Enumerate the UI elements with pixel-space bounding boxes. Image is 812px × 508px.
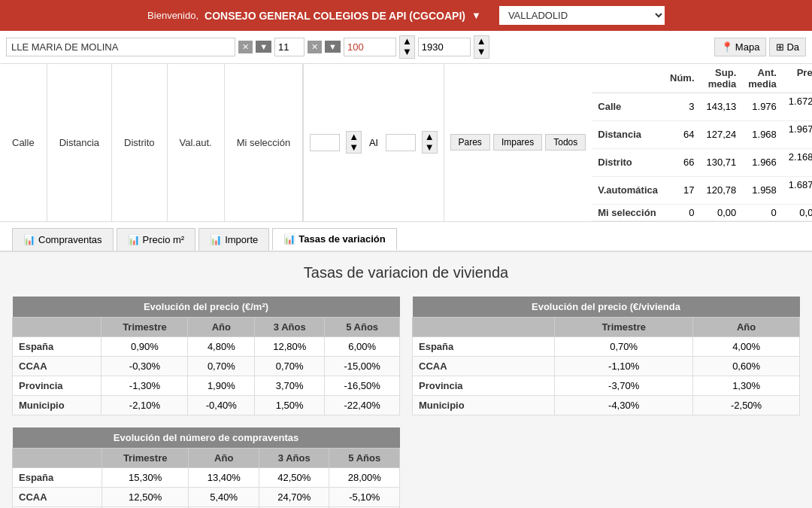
pv-año: 4,00%	[693, 336, 800, 356]
location-select[interactable]: VALLADOLID	[499, 6, 665, 25]
summary-cell-precio: 2.168,67 €	[783, 148, 812, 176]
pm2-trimestre: 0,90%	[102, 336, 188, 356]
tab-importe[interactable]: 📊 Importe	[198, 228, 269, 251]
pv-col-label	[413, 317, 555, 336]
summary-cell-label: Calle	[592, 93, 664, 120]
summary-cell-label: Distancia	[592, 120, 664, 148]
to-input[interactable]	[386, 134, 416, 151]
from-input[interactable]	[310, 134, 340, 151]
street-input[interactable]	[6, 38, 235, 56]
pm2-label: España	[13, 336, 102, 356]
pv-año: 1,30%	[693, 376, 800, 395]
top-bar: Bienvenido, CONSEJO GENERAL COLEGIOS DE …	[0, 0, 812, 31]
pv-col-trim: Trimestre	[555, 317, 693, 336]
da-button[interactable]: ⊞ Da	[769, 38, 806, 56]
filter-row: Calle Distancia Distrito Val.aut. Mi sel…	[0, 64, 812, 222]
table-row: CCAA 12,50% 5,40% 24,70% -5,10%	[13, 487, 400, 506]
pm2-col-año: Año	[188, 317, 255, 336]
cv-trimestre: 15,30%	[102, 467, 189, 487]
street-dropdown-button[interactable]: ▼	[256, 41, 271, 53]
tab-valaut[interactable]: Val.aut.	[168, 64, 225, 221]
compraventas-title: Evolución del número de compraventas	[13, 427, 400, 449]
num-clear-button[interactable]: ✕	[308, 41, 322, 53]
importe-icon: 📊	[210, 234, 222, 245]
pv-trimestre: -4,30%	[555, 395, 693, 415]
pv-col-año: Año	[693, 317, 800, 336]
tab-distancia[interactable]: Distancia	[47, 64, 112, 221]
to-spin[interactable]: ▲▼	[422, 131, 438, 154]
from-spin[interactable]: ▲▼	[346, 131, 362, 154]
summary-col-precio: Precio m²	[783, 64, 812, 93]
pm2-3años: 0,70%	[255, 356, 325, 376]
summary-cell-sup: 120,78	[701, 176, 743, 204]
table-row: CCAA -1,10% 0,60%	[413, 356, 800, 376]
page-title: Tasas de variacion de vivienda	[12, 264, 800, 281]
dropdown-arrow[interactable]: ▼	[471, 10, 481, 21]
summary-col-num: Núm.	[664, 64, 701, 93]
cv-col-label	[13, 448, 102, 467]
pm2-label: Provincia	[13, 376, 102, 395]
pv-año: 0,60%	[693, 356, 800, 376]
number-input[interactable]	[274, 38, 304, 56]
tab-distrito[interactable]: Distrito	[112, 64, 167, 221]
cv-col-3años: 3 Años	[259, 448, 329, 467]
pm2-col-3años: 3 Años	[255, 317, 325, 336]
importe-label: Importe	[225, 234, 258, 245]
num-dropdown-button[interactable]: ▼	[325, 41, 341, 53]
tab-precio-m2[interactable]: 📊 Precio m²	[117, 228, 196, 251]
filter-tabs: Calle Distancia Distrito Val.aut. Mi sel…	[0, 64, 304, 221]
pm2-trimestre: -2,10%	[102, 395, 188, 415]
summary-cell-label: Distrito	[592, 148, 664, 176]
tab-compraventas[interactable]: 📊 Compraventas	[12, 228, 114, 251]
tab-miseleccion[interactable]: Mi selección	[225, 64, 304, 221]
tab-tasas[interactable]: 📊 Tasas de variación	[272, 228, 396, 251]
pm2-3años: 1,50%	[255, 395, 325, 415]
pm2-año: 1,90%	[188, 376, 255, 395]
summary-cell-num: 17	[664, 176, 701, 204]
range-input[interactable]	[344, 38, 396, 56]
pm2-3años: 3,70%	[255, 376, 325, 395]
filter-controls: ▲▼ Al ▲▼	[304, 64, 444, 221]
tables-row: Evolución del precio (€/m²) Trimestre Añ…	[12, 297, 800, 508]
street-clear-button[interactable]: ✕	[238, 41, 253, 53]
table-row: España 15,30% 13,40% 42,50% 28,00%	[13, 467, 400, 487]
summary-cell-num: 0	[664, 204, 701, 221]
cv-año: 13,40%	[189, 467, 259, 487]
pm2-trimestre: -0,30%	[102, 356, 188, 376]
pv-trimestre: 0,70%	[555, 336, 693, 356]
chart-tabs: 📊 Compraventas 📊 Precio m² 📊 Importe 📊 T…	[0, 222, 812, 252]
pm2-col-label	[13, 317, 102, 336]
todos-button[interactable]: Todos	[545, 134, 586, 151]
cv-trimestre: 12,50%	[102, 487, 189, 506]
summary-row: V.automática 17 120,78 1.958 1.687,99 €	[592, 176, 812, 204]
cv-año: 5,40%	[189, 487, 259, 506]
map-button[interactable]: 📍 Mapa	[714, 38, 767, 56]
table-row: CCAA -0,30% 0,70% 0,70% -15,00%	[13, 356, 400, 376]
cv-label: España	[13, 467, 102, 487]
year-spin[interactable]: ▲▼	[474, 35, 489, 59]
impares-button[interactable]: Impares	[493, 134, 542, 151]
summary-col-sup: Sup. media	[701, 64, 743, 93]
compraventas-icon: 📊	[23, 234, 35, 245]
cv-5años: 28,00%	[329, 467, 400, 487]
pv-trimestre: -1,10%	[555, 356, 693, 376]
summary-cell-ant: 1.966	[742, 148, 783, 176]
pares-button[interactable]: Pares	[450, 134, 490, 151]
precio-vivienda-table: Evolución del precio (€/vivienda Trimest…	[412, 297, 800, 415]
summary-cell-ant: 0	[742, 204, 783, 221]
map-icon: 📍	[721, 41, 733, 53]
range-spin[interactable]: ▲▼	[399, 35, 415, 59]
summary-cell-sup: 127,24	[701, 120, 743, 148]
summary-row: Mi selección 0 0,00 0 0,00 €	[592, 204, 812, 221]
summary-row: Distancia 64 127,24 1.968 1.967,40 €	[592, 120, 812, 148]
summary-cell-num: 66	[664, 148, 701, 176]
pv-año: -2,50%	[693, 395, 800, 415]
summary-cell-ant: 1.958	[742, 176, 783, 204]
compraventas-table: Evolución del número de compraventas Tri…	[12, 427, 400, 508]
year-input[interactable]	[418, 38, 471, 56]
pm2-3años: 12,80%	[255, 336, 325, 356]
tab-calle[interactable]: Calle	[0, 64, 47, 221]
pm2-5años: 6,00%	[325, 336, 400, 356]
summary-cell-ant: 1.976	[742, 93, 783, 120]
precio-m2-label: Precio m²	[143, 234, 185, 245]
